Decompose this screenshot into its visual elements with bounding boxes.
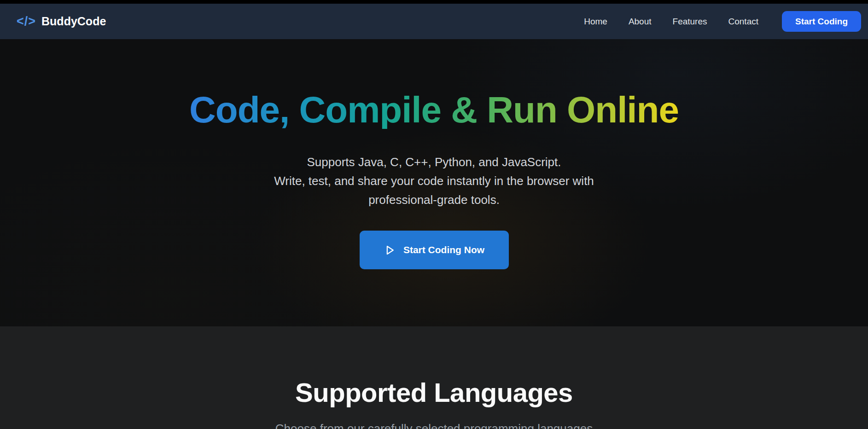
page: </> BuddyCode Home About Features Contac… [0, 0, 868, 429]
brand-name: BuddyCode [41, 15, 106, 28]
languages-heading: Supported Languages [295, 378, 573, 407]
nav-links: Home About Features Contact Start Coding [573, 11, 861, 32]
start-coding-now-button[interactable]: Start Coding Now [360, 231, 509, 269]
hero-heading: Code, Compile & Run Online [189, 91, 679, 129]
nav-link-home[interactable]: Home [584, 17, 607, 27]
nav-link-contact[interactable]: Contact [728, 17, 758, 27]
code-brackets-icon: </> [17, 14, 36, 29]
brand-logo[interactable]: </> BuddyCode [17, 14, 106, 29]
start-coding-button[interactable]: Start Coding [782, 11, 861, 32]
hero-subtitle-line-3: professional-grade tools. [274, 191, 594, 209]
navbar: </> BuddyCode Home About Features Contac… [0, 4, 868, 39]
play-icon [384, 244, 396, 256]
hero-cta-label: Start Coding Now [403, 244, 484, 255]
hero-subtitle-line-1: Supports Java, C, C++, Python, and JavaS… [274, 153, 594, 172]
window-top-edge [0, 0, 868, 4]
hero-subtitle-line-2: Write, test, and share your code instant… [274, 172, 594, 191]
hero-subtitle: Supports Java, C, C++, Python, and JavaS… [274, 153, 594, 209]
hero-section: Code, Compile & Run Online Supports Java… [0, 39, 868, 326]
nav-link-about[interactable]: About [629, 17, 652, 27]
nav-link-features[interactable]: Features [673, 17, 707, 27]
supported-languages-section: Supported Languages Choose from our care… [0, 326, 868, 429]
languages-subtitle: Choose from our carefully selected progr… [275, 419, 593, 429]
